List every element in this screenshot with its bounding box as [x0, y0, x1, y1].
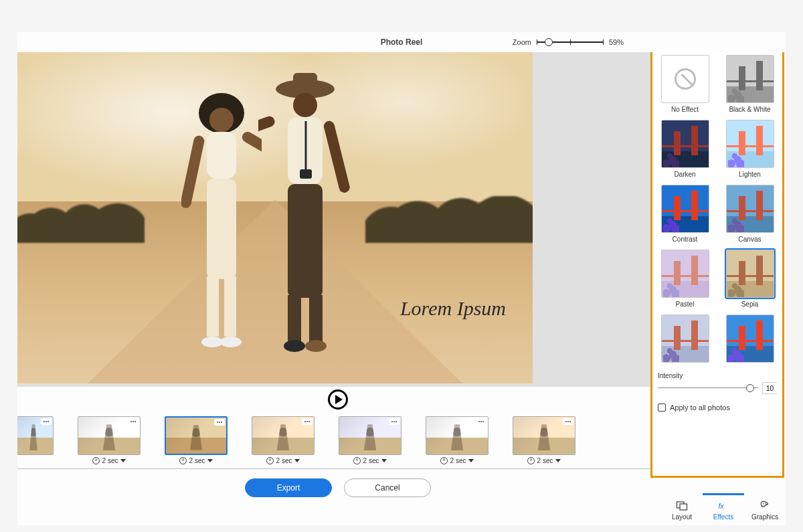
svg-rect-20: [258, 114, 276, 143]
thumbnail-menu-icon[interactable]: [389, 418, 399, 425]
svg-rect-24: [680, 504, 687, 510]
reel-thumbnail[interactable]: [78, 416, 141, 455]
reel-item: 2 sec: [78, 416, 141, 464]
effect-label: Darken: [674, 171, 695, 178]
thumbnail-menu-icon[interactable]: [563, 418, 573, 425]
effect-swatch[interactable]: [661, 250, 709, 298]
panel-tabs: Layout fx Effects Graphics: [661, 493, 786, 525]
canvas-photo[interactable]: Lorem Ipsum: [17, 52, 533, 383]
reel-item: 2 sec: [513, 416, 575, 464]
duration-dropdown[interactable]: 2 sec: [440, 457, 474, 464]
effect-none[interactable]: No Effect: [661, 55, 709, 113]
effect-contrast[interactable]: Contrast: [661, 185, 709, 243]
svg-point-26: [763, 503, 764, 505]
reel-item: 2 sec: [165, 416, 228, 464]
reel-item: 2 sec: [252, 416, 315, 464]
clock-icon: [353, 457, 361, 464]
effect-pastel[interactable]: Pastel: [661, 250, 709, 308]
thumbnail-menu-icon[interactable]: [41, 418, 52, 425]
duration-dropdown[interactable]: 2 sec: [92, 457, 126, 464]
no-effect-icon: [662, 56, 709, 102]
effect-swatch[interactable]: [661, 120, 709, 168]
zoom-value: 59%: [609, 38, 624, 46]
intensity-slider[interactable]: [658, 384, 758, 392]
effect-sepia[interactable]: Sepia: [726, 250, 774, 308]
intensity-value[interactable]: 10: [762, 382, 777, 394]
svg-point-18: [305, 340, 327, 352]
zoom-label: Zoom: [513, 38, 531, 46]
effect-label: Lighten: [739, 171, 761, 178]
effect-swatch[interactable]: [726, 315, 774, 363]
effect-label: Black & White: [729, 106, 770, 113]
svg-point-27: [765, 503, 766, 504]
duration-dropdown[interactable]: 2 sec: [179, 457, 213, 464]
clock-icon: [92, 457, 100, 464]
effect-swatch[interactable]: [726, 120, 774, 168]
tab-layout[interactable]: Layout: [661, 493, 703, 525]
effect-x2[interactable]: [726, 315, 774, 365]
svg-text:fx: fx: [719, 502, 725, 510]
svg-point-6: [201, 337, 223, 347]
effect-swatch[interactable]: [726, 185, 774, 233]
play-icon: [335, 395, 343, 404]
reel-thumbnail[interactable]: [165, 416, 228, 455]
effect-lighten[interactable]: Lighten: [726, 120, 774, 178]
layout-icon: [675, 500, 689, 512]
effect-bw[interactable]: Black & White: [726, 55, 774, 113]
tab-effects[interactable]: fx Effects: [703, 493, 744, 525]
reel-item: [17, 416, 54, 464]
canvas-overlay-text[interactable]: Lorem Ipsum: [400, 297, 506, 320]
effect-label: Contrast: [673, 236, 698, 243]
svg-rect-2: [207, 132, 236, 179]
effect-swatch[interactable]: [726, 55, 774, 103]
intensity-label: Intensity: [658, 372, 777, 379]
play-button[interactable]: [328, 389, 348, 410]
effect-label: Pastel: [676, 300, 695, 308]
reel-thumbnail[interactable]: [252, 416, 315, 455]
svg-point-28: [766, 504, 768, 505]
zoom-slider[interactable]: [537, 38, 604, 46]
duration-dropdown[interactable]: 2 sec: [527, 457, 561, 464]
chevron-down-icon: [468, 459, 474, 462]
effect-swatch[interactable]: [661, 55, 709, 103]
svg-point-1: [209, 108, 234, 132]
svg-rect-15: [288, 295, 301, 342]
reel-thumbnail[interactable]: [513, 416, 575, 455]
clock-icon: [266, 457, 274, 464]
chevron-down-icon: [207, 459, 213, 462]
chevron-down-icon: [120, 459, 126, 462]
effect-label: Canvas: [739, 236, 762, 243]
svg-rect-5: [224, 276, 236, 337]
effect-x1[interactable]: [661, 315, 709, 365]
thumbnail-menu-icon[interactable]: [128, 418, 139, 425]
clock-icon: [440, 457, 448, 464]
effect-swatch[interactable]: [726, 250, 774, 298]
zoom-control: Zoom 59%: [513, 38, 624, 46]
effect-swatch[interactable]: [661, 315, 709, 363]
effect-swatch[interactable]: [661, 185, 709, 233]
reel-thumbnail[interactable]: [339, 416, 402, 455]
svg-point-7: [220, 337, 242, 347]
apply-all-checkbox[interactable]: [658, 404, 666, 412]
svg-rect-21: [300, 169, 312, 179]
thumbnail-menu-icon[interactable]: [476, 418, 486, 425]
effect-darken[interactable]: Darken: [661, 120, 709, 178]
thumbnail-menu-icon[interactable]: [302, 418, 313, 425]
thumbnail-menu-icon[interactable]: [214, 419, 225, 426]
header-bar: Photo Reel Zoom 59%: [17, 32, 786, 52]
duration-dropdown[interactable]: 2 sec: [266, 457, 300, 464]
intensity-thumb[interactable]: [746, 384, 754, 392]
reel-strip: 2 sec2 sec2 sec2 sec2 sec2 sec: [17, 414, 658, 468]
zoom-thumb[interactable]: [545, 38, 553, 46]
chevron-down-icon: [381, 459, 387, 462]
tab-graphics[interactable]: Graphics: [744, 493, 786, 525]
duration-dropdown[interactable]: 2 sec: [353, 457, 387, 464]
footer: Export Cancel: [17, 473, 658, 504]
svg-rect-14: [288, 184, 323, 298]
cancel-button[interactable]: Cancel: [344, 478, 431, 497]
svg-rect-19: [323, 120, 351, 194]
effect-canvas[interactable]: Canvas: [726, 185, 774, 243]
reel-thumbnail[interactable]: [426, 416, 488, 455]
export-button[interactable]: Export: [245, 478, 332, 497]
reel-thumbnail[interactable]: [17, 416, 54, 455]
